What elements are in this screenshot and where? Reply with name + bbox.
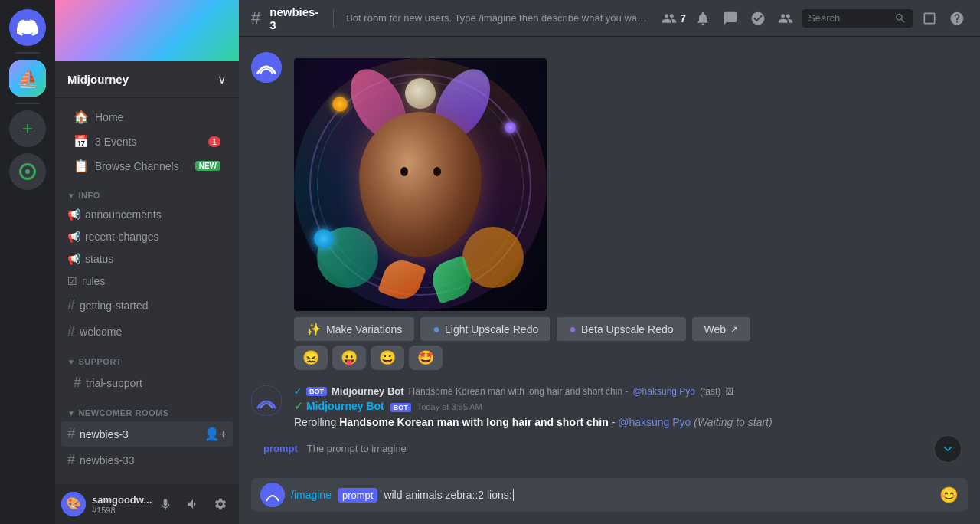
user-avatar: 🎨	[61, 492, 86, 516]
settings-button[interactable]	[208, 492, 233, 516]
reaction-emoji-0: 😖	[302, 349, 319, 366]
inbox-tray-button[interactable]	[919, 8, 940, 29]
channel-announcements[interactable]: 📢 announcements	[61, 204, 233, 225]
bot-inline-at-mention: @haksung Pyo	[632, 386, 695, 397]
user-discriminator: #1598	[92, 506, 147, 515]
category-support[interactable]: ▼ SUPPORT	[55, 345, 239, 369]
light-upscale-redo-button[interactable]: ● Light Upscale Redo	[420, 317, 550, 341]
header-actions: 7	[662, 8, 968, 29]
bot-inline-badge: BOT	[306, 387, 327, 396]
inbox-button[interactable]	[747, 8, 769, 29]
reaction-emoji-2: 😀	[379, 349, 396, 366]
help-button[interactable]	[946, 8, 968, 29]
bot-badge-reroll: BOT	[390, 403, 411, 412]
header-divider	[333, 9, 334, 28]
browse-icon: 📋	[74, 159, 89, 173]
reaction-btn-3[interactable]: 🤩	[409, 346, 443, 370]
reaction-btn-1[interactable]: 😛	[332, 346, 366, 370]
channel-getting-started[interactable]: # getting-started	[61, 293, 233, 318]
midjourney-server-icon[interactable]: ⛵	[9, 60, 46, 97]
bot-inline-mention: ✓	[294, 386, 302, 397]
discord-home-icon[interactable]	[9, 9, 46, 46]
sidebar-item-home[interactable]: 🏠 Home	[61, 105, 233, 129]
scroll-to-bottom-button[interactable]	[934, 435, 962, 463]
channel-newbies-33[interactable]: # newbies-33	[61, 447, 233, 473]
prompt-keyword-label: prompt	[263, 443, 298, 454]
channel-status-label: status	[85, 253, 113, 265]
category-support-label: SUPPORT	[78, 357, 122, 366]
bot-inline-name: Midjourney Bot	[332, 385, 404, 397]
channel-getting-started-label: getting-started	[80, 300, 149, 312]
dm-button[interactable]	[720, 8, 741, 29]
make-variations-label: Make Variations	[326, 323, 402, 336]
sidebar-item-browse-channels[interactable]: 📋 Browse Channels NEW	[61, 154, 233, 178]
reroll-status: (Waiting to start)	[694, 416, 772, 428]
explore-servers-button[interactable]	[9, 153, 46, 190]
emoji-picker-button[interactable]: 😊	[939, 486, 959, 504]
svg-text:⛵: ⛵	[18, 68, 39, 89]
add-member-icon[interactable]: 👤+	[204, 427, 227, 441]
channel-rules-label: rules	[82, 275, 105, 287]
prompt-description: The prompt to imagine	[307, 443, 407, 454]
channel-rules[interactable]: ☑ rules	[61, 270, 233, 292]
category-info[interactable]: ▼ INFO	[55, 178, 239, 203]
hash-icon-newbies-3: #	[67, 426, 75, 442]
user-info: samgoodw... #1598	[92, 494, 147, 515]
search-box[interactable]: Search	[802, 9, 913, 28]
reroll-dash: -	[612, 416, 619, 428]
reaction-btn-2[interactable]: 😀	[371, 346, 404, 370]
channel-recent-changes[interactable]: 📢 recent-changes	[61, 226, 233, 247]
megaphone-icon: 📢	[67, 208, 80, 221]
reaction-emoji-3: 🤩	[417, 349, 434, 366]
light-upscale-icon: ●	[433, 323, 440, 336]
prompt-helper-bar: prompt The prompt to imagine	[251, 437, 968, 457]
make-variations-button[interactable]: ✨ Make Variations	[294, 317, 414, 341]
channel-newbies-3[interactable]: # newbies-3 👤+	[61, 421, 233, 447]
megaphone-icon-2: 📢	[67, 231, 80, 243]
message-group-bot-reroll: ✓ BOT Midjourney Bot Handsome Korean man…	[251, 382, 968, 434]
channel-recent-changes-label: recent-changes	[85, 231, 159, 243]
channel-header-name: newbies-3	[270, 5, 321, 31]
hash-icon-getting-started: #	[67, 297, 75, 313]
reaction-row: 😖 😛 😀 🤩	[294, 346, 968, 370]
deafen-button[interactable]	[181, 492, 205, 516]
sidebar-item-browse-label: Browse Channels	[95, 160, 179, 172]
search-placeholder: Search	[808, 12, 890, 24]
reaction-btn-0[interactable]: 😖	[294, 346, 328, 370]
text-cursor	[513, 489, 514, 501]
message-group-bot-image: ✨ Make Variations ● Light Upscale Redo ●…	[251, 49, 968, 373]
prompt-tag: prompt	[338, 488, 377, 503]
sidebar-item-events-label: 3 Events	[95, 136, 136, 148]
server-name: Midjourney	[67, 73, 129, 86]
add-server-button[interactable]: +	[9, 110, 46, 147]
server-bar: ⛵ +	[0, 0, 55, 524]
messages-area: ✨ Make Variations ● Light Upscale Redo ●…	[239, 37, 980, 478]
message-text-input[interactable]: wild animals zebra::2 lions:	[384, 489, 933, 501]
beta-upscale-redo-button[interactable]: ● Beta Upscale Redo	[557, 317, 685, 341]
channel-newbies-33-label: newbies-33	[80, 454, 135, 467]
message-input-area: /imagine prompt wild animals zebra::2 li…	[239, 478, 980, 524]
channel-hash-icon: #	[251, 8, 260, 28]
server-separator	[15, 52, 40, 54]
channel-trial-support[interactable]: # trial-support	[61, 370, 233, 395]
channel-sidebar: Midjourney ∨ 🏠 Home 📅 3 Events 1 📋 Brows…	[55, 0, 239, 524]
browse-new-badge: NEW	[195, 161, 220, 171]
server-header[interactable]: Midjourney ∨	[55, 61, 239, 98]
category-newcomer-rooms[interactable]: ▼ NEWCOMER ROOMS	[55, 396, 239, 421]
category-support-chevron-icon: ▼	[67, 358, 75, 366]
bot-avatar-image	[251, 52, 282, 83]
mute-button[interactable]	[153, 492, 178, 516]
channel-welcome[interactable]: # welcome	[61, 319, 233, 344]
members-list-button[interactable]	[775, 8, 796, 29]
light-upscale-redo-label: Light Upscale Redo	[445, 323, 538, 336]
channel-status[interactable]: 📢 status	[61, 248, 233, 270]
sidebar-item-home-label: Home	[95, 111, 123, 123]
channel-list: 🏠 Home 📅 3 Events 1 📋 Browse Channels NE…	[55, 98, 239, 484]
web-button[interactable]: Web ↗	[692, 317, 751, 341]
sidebar-item-events[interactable]: 📅 3 Events 1	[61, 129, 233, 153]
username: samgoodw...	[92, 494, 147, 506]
mj-server-icon-art: ⛵	[9, 60, 46, 97]
notification-pin-button[interactable]	[692, 8, 714, 29]
search-icon	[894, 12, 906, 25]
rules-check-icon: ☑	[67, 275, 77, 287]
